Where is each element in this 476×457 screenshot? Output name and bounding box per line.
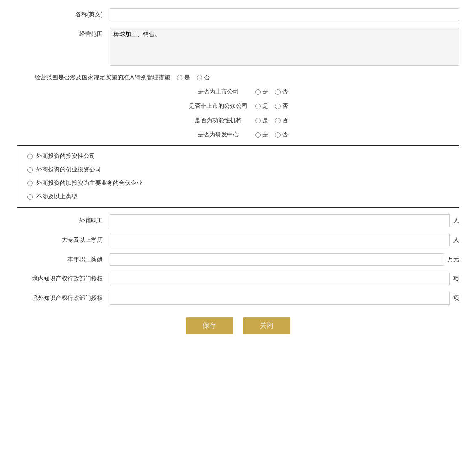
special-management-row: 经营范围是否涉及国家规定实施的准入特别管理措施 是 否 — [17, 74, 459, 81]
foreign-ip-row: 境外知识产权行政部门授权 项 — [17, 292, 459, 305]
investment-option-2[interactable]: 外商投资的以投资为主要业务的合伙企业 — [27, 179, 449, 187]
non-listed-public-row: 是否非上市的公众公司 是 否 — [17, 102, 459, 110]
listed-company-label: 是否为上市公司 — [188, 88, 255, 96]
listed-company-yes[interactable]: 是 — [255, 88, 268, 96]
investment-option-3[interactable]: 不涉及以上类型 — [27, 193, 449, 200]
special-management-yes[interactable]: 是 — [177, 74, 190, 81]
functional-institution-row: 是否为功能性机构 是 否 — [17, 117, 459, 124]
close-button[interactable]: 关闭 — [243, 317, 290, 334]
name-en-row: 各称(英文) — [17, 8, 459, 21]
rd-center-label: 是否为研发中心 — [188, 131, 255, 139]
name-en-input[interactable] — [110, 8, 459, 21]
college-degree-unit: 人 — [453, 236, 459, 244]
investment-option-1[interactable]: 外商投资的创业投资公司 — [27, 166, 449, 174]
listed-company-no[interactable]: 否 — [275, 88, 288, 96]
business-scope-row: 经营范围 棒球加工、销售。 — [17, 28, 459, 67]
non-listed-public-no[interactable]: 否 — [275, 102, 288, 110]
foreign-ip-unit: 项 — [453, 294, 459, 302]
foreign-ip-label: 境外知识产权行政部门授权 — [17, 294, 110, 302]
rd-center-yes[interactable]: 是 — [255, 131, 268, 139]
special-management-label: 经营范围是否涉及国家规定实施的准入特别管理措施 — [17, 74, 177, 81]
annual-salary-label: 本年职工薪酬 — [17, 256, 110, 263]
business-scope-wrapper: 棒球加工、销售。 — [110, 28, 459, 67]
special-management-radio-group: 是 否 — [177, 74, 210, 81]
special-management-no[interactable]: 否 — [197, 74, 210, 81]
annual-salary-unit: 万元 — [447, 256, 459, 263]
save-button[interactable]: 保存 — [186, 317, 233, 334]
investment-option-0[interactable]: 外商投资的投资性公司 — [27, 152, 449, 160]
domestic-ip-input[interactable] — [110, 273, 450, 285]
domestic-ip-unit: 项 — [453, 275, 459, 283]
domestic-ip-label: 境内知识产权行政部门授权 — [17, 275, 110, 283]
functional-institution-radio-group: 是 否 — [255, 117, 288, 124]
annual-salary-row: 本年职工薪酬 万元 — [17, 253, 459, 266]
foreign-ip-input[interactable] — [110, 292, 450, 305]
annual-salary-input[interactable] — [110, 253, 444, 266]
non-listed-public-label: 是否非上市的公众公司 — [188, 102, 255, 110]
functional-institution-yes[interactable]: 是 — [255, 117, 268, 124]
button-row: 保存 关闭 — [17, 317, 459, 334]
non-listed-public-radio-group: 是 否 — [255, 102, 288, 110]
business-scope-textarea[interactable]: 棒球加工、销售。 — [110, 28, 459, 66]
rd-center-no[interactable]: 否 — [275, 131, 288, 139]
listed-company-row: 是否为上市公司 是 否 — [17, 88, 459, 96]
foreign-employees-row: 外籍职工 人 — [17, 214, 459, 227]
listed-company-radio-group: 是 否 — [255, 88, 288, 96]
name-en-label: 各称(英文) — [17, 11, 110, 19]
functional-institution-label: 是否为功能性机构 — [188, 117, 255, 124]
foreign-employees-label: 外籍职工 — [17, 217, 110, 224]
non-listed-public-yes[interactable]: 是 — [255, 102, 268, 110]
foreign-employees-unit: 人 — [453, 217, 459, 224]
functional-institution-no[interactable]: 否 — [275, 117, 288, 124]
foreign-employees-input[interactable] — [110, 214, 450, 227]
college-degree-label: 大专及以上学历 — [17, 236, 110, 244]
investment-type-box: 外商投资的投资性公司 外商投资的创业投资公司 外商投资的以投资为主要业务的合伙企… — [17, 145, 459, 208]
college-degree-input[interactable] — [110, 234, 450, 246]
rd-center-radio-group: 是 否 — [255, 131, 288, 139]
business-scope-label: 经营范围 — [17, 28, 110, 38]
rd-center-row: 是否为研发中心 是 否 — [17, 131, 459, 139]
college-degree-row: 大专及以上学历 人 — [17, 234, 459, 246]
domestic-ip-row: 境内知识产权行政部门授权 项 — [17, 273, 459, 285]
